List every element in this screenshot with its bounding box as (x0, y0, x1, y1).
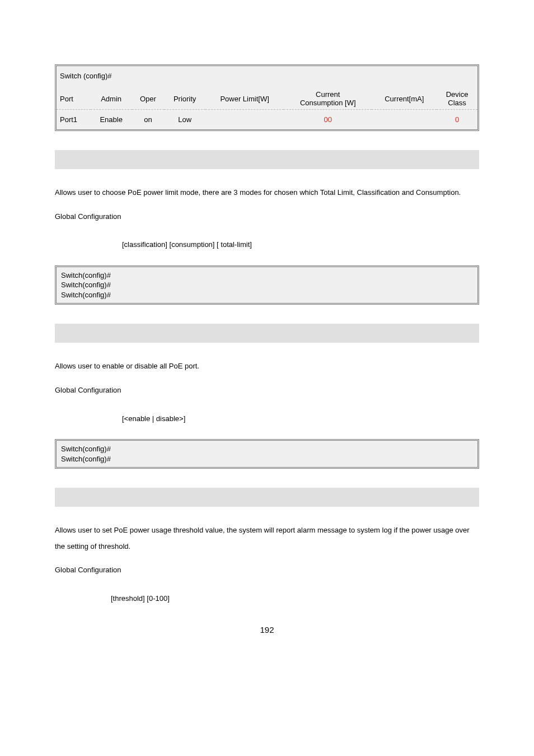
command-mode: Global Configuration (55, 382, 479, 399)
col-oper: Oper (132, 88, 165, 110)
section-heading-bar (55, 150, 479, 169)
cell-power-limit (205, 110, 284, 130)
section-description: Allows user to choose PoE power limit mo… (55, 185, 479, 201)
example-line: Switch(config)# (61, 454, 473, 464)
cell-oper: on (132, 110, 165, 130)
table-row: Port1 Enable on Low 00 0 (57, 110, 477, 130)
section-description: Allows user to set PoE power usage thres… (55, 522, 479, 554)
cell-current-consumption: 00 (284, 110, 372, 130)
example-box: Switch(config)# Switch(config)# (55, 439, 479, 469)
col-port: Port (57, 88, 91, 110)
section-heading-bar (55, 324, 479, 343)
cell-priority: Low (164, 110, 205, 130)
page-number: 192 (0, 625, 534, 634)
col-current-ma: Current[mA] (372, 88, 437, 110)
example-box: Switch(config)# Switch(config)# Switch(c… (55, 265, 479, 305)
cell-device-class: 0 (437, 110, 477, 130)
col-device-class: Device Class (437, 88, 477, 110)
example-line: Switch(config)# (61, 444, 473, 454)
cell-admin: Enable (91, 110, 132, 130)
command-syntax: [<enable | disable>] (122, 411, 479, 427)
section-heading-bar (55, 488, 479, 507)
example-line: Switch(config)# (61, 270, 473, 281)
cell-port: Port1 (57, 110, 91, 130)
command-syntax: [classification] [consumption] [ total-l… (122, 237, 479, 253)
section-description: Allows user to enable or disable all PoE… (55, 358, 479, 375)
example-line: Switch(config)# (61, 280, 473, 290)
command-mode: Global Configuration (55, 209, 479, 225)
cell-current-ma (372, 110, 437, 130)
col-power-limit: Power Limit[W] (205, 88, 284, 110)
example-line: Switch(config)# (61, 290, 473, 300)
col-admin: Admin (91, 88, 132, 110)
poe-status-table: Switch (config)# Port Admin Oper Priorit… (55, 64, 479, 131)
col-current-consumption: Current Consumption [W] (284, 88, 372, 110)
col-priority: Priority (164, 88, 205, 110)
command-mode: Global Configuration (55, 562, 479, 578)
cli-prompt: Switch (config)# (57, 66, 477, 88)
command-syntax: [threshold] [0-100] (111, 591, 479, 607)
